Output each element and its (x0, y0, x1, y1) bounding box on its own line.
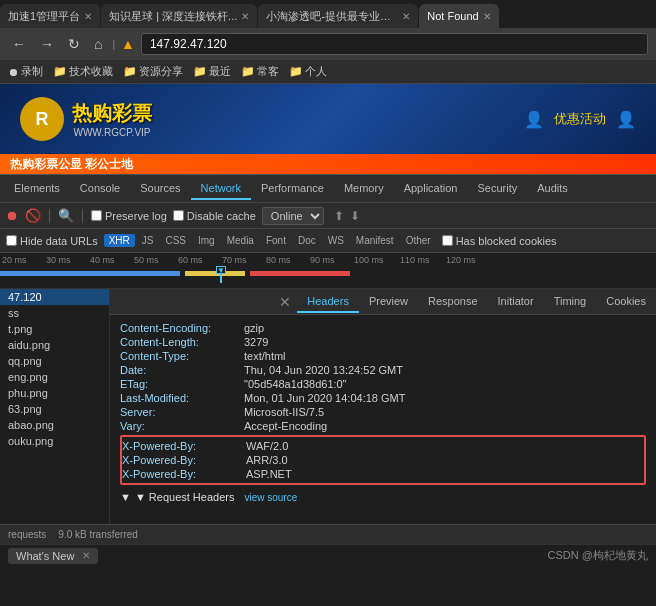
tab-console[interactable]: Console (70, 178, 130, 200)
disable-cache-checkbox[interactable] (173, 210, 184, 221)
details-tab-headers[interactable]: Headers (297, 291, 359, 313)
bookmark-label-4: 常客 (257, 64, 279, 79)
clear-icon[interactable]: 🚫 (25, 208, 41, 223)
preserve-log-checkbox[interactable] (91, 210, 102, 221)
logo-main-text: 热购彩票 (72, 100, 152, 127)
whats-new-label: What's New (16, 550, 74, 562)
header-content-type: Content-Type: text/html (120, 349, 646, 363)
filter-css[interactable]: CSS (160, 234, 191, 247)
file-item-2[interactable]: t.png (0, 321, 109, 337)
tab-4-close[interactable]: ✕ (483, 11, 491, 22)
bookmark-personal[interactable]: 📁 个人 (289, 64, 327, 79)
bookmarks-bar: ⏺ 录制 📁 技术收藏 📁 资源分享 📁 最近 📁 常客 📁 个人 (0, 60, 656, 84)
hide-data-urls-checkbox[interactable] (6, 235, 17, 246)
request-headers-label: ▼ Request Headers (135, 491, 235, 503)
bookmark-regular[interactable]: 📁 常客 (241, 64, 279, 79)
throttle-select[interactable]: Online (262, 207, 324, 225)
nav-promo: 优惠活动 (554, 110, 606, 128)
tab-1[interactable]: 加速1管理平台 ✕ (0, 4, 100, 28)
home-button[interactable]: ⌂ (90, 34, 106, 54)
filter-js[interactable]: JS (137, 234, 159, 247)
tab-audits[interactable]: Audits (527, 178, 578, 200)
file-item-0[interactable]: 47.120 (0, 289, 109, 305)
file-item-6[interactable]: phu.png (0, 385, 109, 401)
file-item-7[interactable]: 63.png (0, 401, 109, 417)
details-tab-timing[interactable]: Timing (544, 291, 597, 313)
logo-char: R (36, 109, 49, 130)
header-value-6: Microsoft-IIS/7.5 (244, 406, 324, 418)
status-transferred: 9.0 kB transferred (58, 529, 137, 540)
filter-ws[interactable]: WS (323, 234, 349, 247)
has-blocked-checkbox[interactable] (442, 235, 453, 246)
filter-img[interactable]: Img (193, 234, 220, 247)
tab-application[interactable]: Application (394, 178, 468, 200)
bookmark-tech[interactable]: 📁 技术收藏 (53, 64, 113, 79)
file-item-8[interactable]: abao.png (0, 417, 109, 433)
filter-other[interactable]: Other (401, 234, 436, 247)
details-close-button[interactable]: ✕ (279, 294, 291, 310)
tab-sources[interactable]: Sources (130, 178, 190, 200)
tab-network[interactable]: Network (191, 178, 251, 200)
tab-1-close[interactable]: ✕ (84, 11, 92, 22)
tab-security[interactable]: Security (467, 178, 527, 200)
record-icon[interactable]: ⏺ (6, 208, 19, 223)
whats-new-button[interactable]: What's New ✕ (8, 548, 98, 564)
filter-manifest[interactable]: Manifest (351, 234, 399, 247)
whats-new-close[interactable]: ✕ (82, 550, 90, 561)
file-item-4[interactable]: qq.png (0, 353, 109, 369)
bookmark-share[interactable]: 📁 资源分享 (123, 64, 183, 79)
filter-font[interactable]: Font (261, 234, 291, 247)
file-item-9[interactable]: ouku.png (0, 433, 109, 449)
bookmark-label-0: 录制 (21, 64, 43, 79)
back-button[interactable]: ← (8, 34, 30, 54)
tl-label-4: 60 ms (178, 255, 203, 265)
tab-elements[interactable]: Elements (4, 178, 70, 200)
tl-label-3: 50 ms (134, 255, 159, 265)
filter-xhr[interactable]: XHR (104, 234, 135, 247)
toolbar-sep-1 (49, 209, 50, 223)
tab-memory[interactable]: Memory (334, 178, 394, 200)
hide-data-urls-label[interactable]: Hide data URLs (6, 235, 98, 247)
header-date: Date: Thu, 04 Jun 2020 13:24:52 GMT (120, 363, 646, 377)
header-server: Server: Microsoft-IIS/7.5 (120, 405, 646, 419)
site-nav-right: 👤 优惠活动 👤 (524, 110, 636, 129)
forward-button[interactable]: → (36, 34, 58, 54)
tab-performance[interactable]: Performance (251, 178, 334, 200)
details-tab-response[interactable]: Response (418, 291, 488, 313)
upload-icon[interactable]: ⬆ (334, 209, 344, 223)
tab-2[interactable]: 知识星球 | 深度连接铁杆... ✕ (101, 4, 257, 28)
header-xpowered-value-0: WAF/2.0 (246, 440, 288, 452)
disable-cache-label[interactable]: Disable cache (173, 210, 256, 222)
folder-icon-3: 📁 (193, 65, 207, 78)
bookmark-recent[interactable]: 📁 最近 (193, 64, 231, 79)
bottom-bar: What's New ✕ CSDN @枸杞地黄丸 (0, 544, 656, 566)
header-value-2: text/html (244, 350, 286, 362)
file-item-1[interactable]: ss (0, 305, 109, 321)
tab-3-close[interactable]: ✕ (402, 11, 410, 22)
status-bar: requests 9.0 kB transferred (0, 524, 656, 544)
request-headers-title[interactable]: ▼ ▼ Request Headers view source (120, 491, 646, 503)
tab-2-close[interactable]: ✕ (241, 11, 249, 22)
file-item-5[interactable]: eng.png (0, 369, 109, 385)
address-input[interactable] (141, 33, 648, 55)
view-source-link[interactable]: view source (244, 492, 297, 503)
details-tab-cookies[interactable]: Cookies (596, 291, 656, 313)
header-value-0: gzip (244, 322, 264, 334)
filter-doc[interactable]: Doc (293, 234, 321, 247)
download-icon[interactable]: ⬇ (350, 209, 360, 223)
bookmark-record[interactable]: ⏺ 录制 (8, 64, 43, 79)
tab-4[interactable]: Not Found ✕ (419, 4, 498, 28)
tab-3[interactable]: 小淘渗透吧-提供最专业的... ✕ (258, 4, 418, 28)
tl-label-8: 100 ms (354, 255, 384, 265)
filter-media[interactable]: Media (222, 234, 259, 247)
tl-label-9: 110 ms (400, 255, 430, 265)
details-tab-initiator[interactable]: Initiator (488, 291, 544, 313)
header-value-7: Accept-Encoding (244, 420, 327, 432)
preserve-log-label[interactable]: Preserve log (91, 210, 167, 222)
file-item-3[interactable]: aidu.png (0, 337, 109, 353)
has-blocked-label[interactable]: Has blocked cookies (442, 235, 557, 247)
tab-3-label: 小淘渗透吧-提供最专业的... (266, 9, 398, 24)
reload-button[interactable]: ↻ (64, 34, 84, 54)
details-tab-preview[interactable]: Preview (359, 291, 418, 313)
search-icon[interactable]: 🔍 (58, 208, 74, 223)
